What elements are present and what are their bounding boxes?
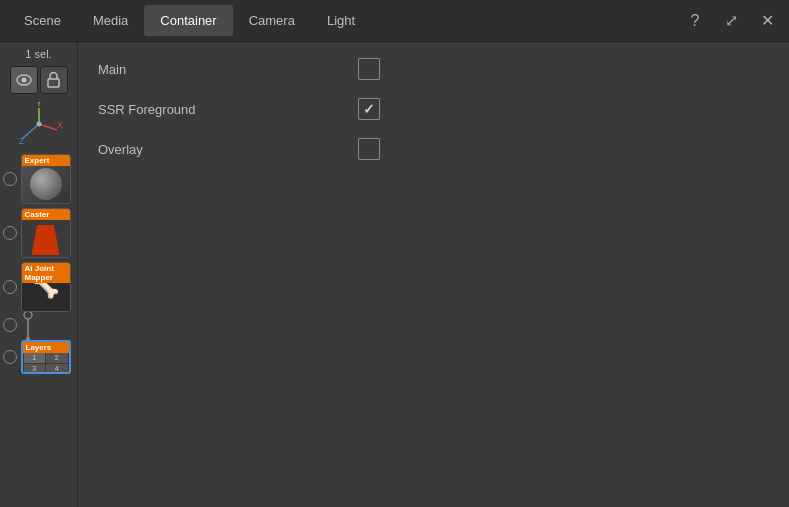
svg-line-5 xyxy=(23,124,39,138)
sphere-shape xyxy=(30,168,62,200)
overlay-checkbox[interactable] xyxy=(358,138,380,160)
top-nav-bar: Scene Media Container Camera Light ? ⤢ ✕ xyxy=(0,0,789,42)
fullscreen-icon[interactable]: ⤢ xyxy=(717,7,745,35)
pin-radio[interactable] xyxy=(3,318,17,332)
expert-radio[interactable] xyxy=(3,172,17,186)
layers-radio[interactable] xyxy=(3,350,17,364)
property-row-main: Main xyxy=(98,58,769,80)
properties-panel: Main SSR Foreground ✓ Overlay xyxy=(78,42,789,507)
close-icon[interactable]: ✕ xyxy=(753,7,781,35)
sidebar-item-expert[interactable]: Expert xyxy=(3,154,75,204)
layers-label: Layers xyxy=(23,342,69,353)
property-row-ssr: SSR Foreground ✓ xyxy=(98,98,769,120)
pin-shape xyxy=(21,318,35,332)
lock-view-button[interactable] xyxy=(40,66,68,94)
main-checkbox[interactable] xyxy=(358,58,380,80)
sidebar-item-pin[interactable] xyxy=(3,318,75,332)
layers-grid: 1 2 3 4 xyxy=(23,352,69,374)
tab-media[interactable]: Media xyxy=(77,5,144,36)
mapper-label: Ai Joint Mapper xyxy=(22,263,70,283)
svg-line-7 xyxy=(39,124,57,130)
nav-icon-group: ? ⤢ ✕ xyxy=(681,7,781,35)
selection-count: 1 sel. xyxy=(25,48,51,60)
svg-rect-2 xyxy=(48,79,59,87)
mapper-thumbnail: Ai Joint Mapper 🦴 xyxy=(21,262,71,312)
tab-scene[interactable]: Scene xyxy=(8,5,77,36)
overlay-label: Overlay xyxy=(98,142,358,157)
checkmark-icon: ✓ xyxy=(363,101,375,117)
caster-radio[interactable] xyxy=(3,226,17,240)
layers-thumbnail: Layers 1 2 3 4 xyxy=(21,340,71,374)
tab-container[interactable]: Container xyxy=(144,5,232,36)
tab-camera[interactable]: Camera xyxy=(233,5,311,36)
view-controls xyxy=(10,66,68,94)
ssr-label: SSR Foreground xyxy=(98,102,358,117)
ssr-checkbox[interactable]: ✓ xyxy=(358,98,380,120)
axis-gizmo: Y Z X xyxy=(13,102,65,146)
main-label: Main xyxy=(98,62,358,77)
layer-4: 4 xyxy=(46,364,68,374)
help-icon[interactable]: ? xyxy=(681,7,709,35)
sidebar-item-layers[interactable]: Layers 1 2 3 4 xyxy=(3,340,75,374)
lock-icon xyxy=(47,72,60,88)
svg-point-10 xyxy=(24,311,32,319)
svg-text:Z: Z xyxy=(19,136,25,146)
sidebar-item-caster[interactable]: Caster xyxy=(3,208,75,258)
main-content: 1 sel. Y xyxy=(0,42,789,507)
svg-text:X: X xyxy=(57,120,63,130)
svg-point-9 xyxy=(36,122,41,127)
caster-shape xyxy=(32,225,60,255)
svg-text:Y: Y xyxy=(35,102,41,108)
left-sidebar: 1 sel. Y xyxy=(0,42,78,507)
caster-thumbnail: Caster xyxy=(21,208,71,258)
sidebar-item-mapper[interactable]: Ai Joint Mapper 🦴 xyxy=(3,262,75,312)
layer-1: 1 xyxy=(24,353,46,363)
mapper-radio[interactable] xyxy=(3,280,17,294)
caster-label: Caster xyxy=(22,209,70,220)
eye-view-button[interactable] xyxy=(10,66,38,94)
eye-icon xyxy=(16,74,32,86)
property-row-overlay: Overlay xyxy=(98,138,769,160)
tab-light[interactable]: Light xyxy=(311,5,371,36)
expert-label: Expert xyxy=(22,155,70,166)
svg-point-1 xyxy=(21,78,26,83)
layer-2: 2 xyxy=(46,353,68,363)
expert-thumbnail: Expert xyxy=(21,154,71,204)
layer-3: 3 xyxy=(24,364,46,374)
